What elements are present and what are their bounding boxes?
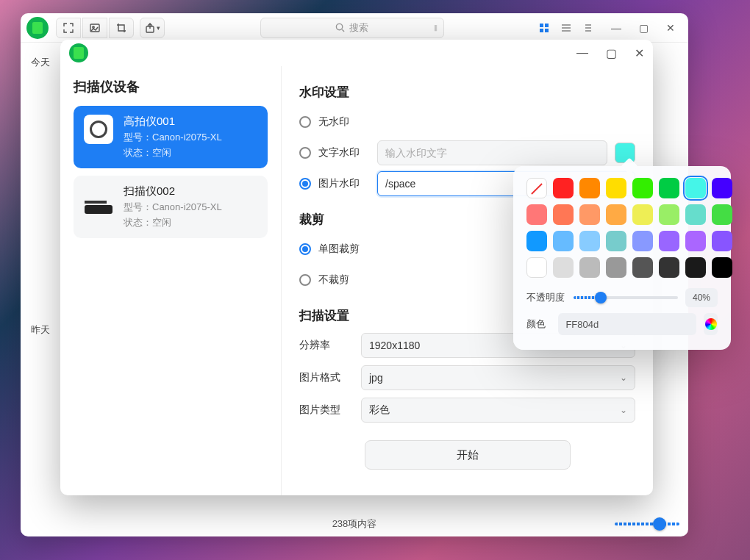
device-item[interactable]: 扫描仪002 型号：Canon-i2075-XL 状态：空闲 — [74, 176, 268, 238]
swatch[interactable] — [579, 178, 600, 198]
compact-view-icon[interactable] — [583, 23, 595, 33]
minimize-icon[interactable]: — — [576, 46, 588, 60]
swatch[interactable] — [606, 204, 626, 225]
device-name: 扫描仪002 — [124, 184, 222, 198]
swatch[interactable] — [632, 178, 653, 198]
grid-view-icon[interactable] — [539, 23, 551, 33]
label-color: 颜色 — [526, 317, 551, 331]
start-button[interactable]: 开始 — [365, 440, 571, 470]
type-select[interactable]: 彩色⌄ — [361, 398, 635, 423]
swatch[interactable] — [632, 231, 653, 251]
swatch[interactable] — [606, 178, 626, 198]
swatch[interactable] — [712, 231, 732, 251]
color-wheel-icon — [705, 318, 717, 330]
opacity-value: 40% — [685, 288, 718, 307]
swatch[interactable] — [659, 204, 679, 225]
toolbar: ▾ 搜索 ⦀ — ▢ ✕ — [21, 13, 688, 43]
svg-point-3 — [336, 24, 342, 29]
swatch-none[interactable] — [526, 178, 547, 198]
watermark-text-input[interactable] — [377, 140, 607, 165]
swatch[interactable] — [526, 204, 547, 225]
swatch[interactable] — [685, 257, 706, 278]
radio-image-watermark[interactable] — [299, 178, 311, 190]
opacity-slider[interactable] — [574, 296, 678, 299]
chevron-down-icon: ⌄ — [620, 405, 627, 415]
swatch[interactable] — [579, 231, 600, 251]
svg-rect-4 — [540, 24, 543, 27]
swatch[interactable] — [632, 257, 653, 278]
swatch[interactable] — [526, 231, 547, 251]
hex-input[interactable] — [558, 313, 696, 335]
device-sidebar: 扫描仪设备 高拍仪001 型号：Canon-i2075-XL 状态：空闲 扫描仪… — [60, 66, 281, 495]
chevron-down-icon: ⌄ — [620, 373, 627, 383]
swatch[interactable] — [553, 178, 574, 198]
radio-crop-single[interactable] — [299, 243, 311, 255]
maximize-icon[interactable]: ▢ — [639, 22, 649, 34]
label-resolution: 分辨率 — [299, 339, 351, 352]
svg-rect-7 — [545, 29, 549, 32]
radio-text-watermark[interactable] — [299, 147, 311, 159]
scanner-icon — [84, 184, 113, 214]
label-crop-single: 单图裁剪 — [318, 243, 360, 256]
swatch[interactable] — [659, 231, 679, 251]
list-view-icon[interactable] — [561, 23, 573, 33]
section-watermark: 水印设置 — [299, 84, 635, 101]
close-icon[interactable]: ✕ — [635, 46, 644, 60]
titlebar: — ▢ ✕ — [60, 40, 653, 66]
format-select[interactable]: jpg⌄ — [361, 365, 635, 390]
swatch[interactable] — [685, 231, 706, 251]
item-count: 238项内容 — [332, 517, 377, 531]
label-format: 图片格式 — [299, 371, 351, 384]
opacity-thumb[interactable] — [595, 292, 607, 304]
label-type: 图片类型 — [299, 403, 351, 417]
minimize-icon[interactable]: — — [611, 22, 621, 34]
zoom-slider[interactable] — [615, 523, 679, 525]
label-opacity: 不透明度 — [526, 291, 566, 304]
label-text-watermark: 文字水印 — [318, 146, 370, 159]
crop-icon[interactable] — [109, 18, 134, 38]
color-wheel-button[interactable] — [704, 313, 718, 335]
swatch[interactable] — [712, 178, 732, 198]
image-icon[interactable] — [82, 18, 107, 38]
swatch[interactable] — [712, 257, 732, 278]
swatch[interactable] — [553, 257, 574, 278]
device-item-selected[interactable]: 高拍仪001 型号：Canon-i2075-XL 状态：空闲 — [74, 106, 268, 168]
swatch[interactable] — [579, 257, 600, 278]
app-logo-icon — [69, 43, 88, 62]
swatch[interactable] — [632, 204, 653, 225]
swatch[interactable] — [659, 257, 679, 278]
color-picker-popover: 不透明度 40% 颜色 — [513, 166, 731, 350]
search-placeholder: 搜索 — [349, 21, 368, 35]
camera-icon — [84, 115, 113, 144]
device-name: 高拍仪001 — [124, 115, 222, 129]
swatch[interactable] — [553, 231, 574, 251]
radio-no-watermark[interactable] — [299, 116, 311, 128]
svg-rect-5 — [545, 24, 549, 27]
share-icon[interactable]: ▾ — [140, 18, 165, 38]
fullscreen-icon[interactable] — [56, 18, 81, 38]
sidebar-title: 扫描仪设备 — [74, 78, 268, 96]
swatch[interactable] — [685, 204, 706, 225]
maximize-icon[interactable]: ▢ — [606, 46, 617, 60]
swatch[interactable] — [659, 178, 679, 198]
zoom-thumb[interactable] — [653, 517, 666, 531]
swatch[interactable] — [579, 204, 600, 225]
svg-point-1 — [93, 26, 94, 27]
app-logo-icon — [26, 17, 49, 39]
swatch[interactable] — [712, 204, 732, 225]
svg-rect-6 — [540, 29, 543, 32]
swatch[interactable] — [606, 257, 626, 278]
color-grid — [526, 178, 718, 278]
label-crop-none: 不裁剪 — [318, 273, 349, 287]
swatch[interactable] — [553, 204, 574, 225]
status-bar: 238项内容 — [21, 511, 688, 536]
label-image-watermark: 图片水印 — [318, 177, 370, 190]
label-no-watermark: 无水印 — [318, 115, 349, 129]
radio-crop-none[interactable] — [299, 274, 311, 286]
swatch[interactable] — [526, 257, 547, 278]
search-input[interactable]: 搜索 ⦀ — [260, 18, 444, 38]
swatch[interactable] — [606, 231, 626, 251]
mic-icon[interactable]: ⦀ — [434, 23, 438, 33]
swatch-selected[interactable] — [685, 178, 706, 198]
close-icon[interactable]: ✕ — [666, 22, 675, 34]
